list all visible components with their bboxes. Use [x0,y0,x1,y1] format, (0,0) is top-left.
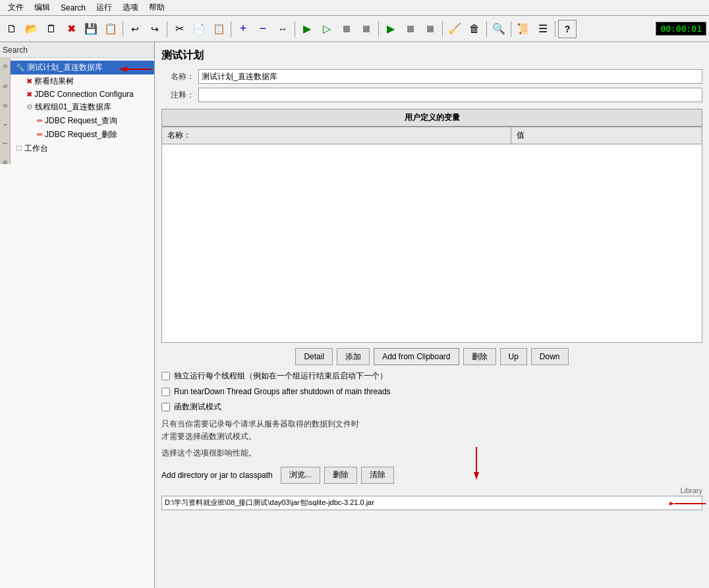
down-button[interactable]: Down [531,348,569,365]
clear-button[interactable]: 🧹 [445,20,464,38]
menu-help[interactable]: 帮助 [144,1,170,15]
clear-classpath-button[interactable]: 清除 [361,467,394,484]
side-label-b: b [2,84,9,88]
search-toolbar-button[interactable]: 🔍 [490,20,508,38]
desc-line3: 选择这个选项很影响性能。 [161,447,702,459]
open-button[interactable]: 📂 [22,20,41,38]
menu-file[interactable]: 文件 [3,1,29,15]
expand-icon: + [240,22,247,36]
timer-display: 00:00:01 [656,22,706,36]
paste-icon: 📋 [213,23,225,35]
start-button[interactable]: ▶ [298,20,316,38]
start-no-pause-icon: ▷ [323,22,331,35]
save-button[interactable]: 💾 [82,20,100,38]
menu-edit[interactable]: 编辑 [29,1,55,15]
copy-button[interactable]: 📄 [190,20,208,38]
stop-now-button[interactable]: ⏹ [357,20,376,38]
close-button[interactable]: ✖ [62,20,80,38]
left-panel: Search 0 b 0 t f B 🔧 测试计划_直连数据库 [0,42,155,588]
tree-item-threadgroup-label: 线程组01_直连数据库 [35,102,111,113]
action-buttons: Detail 添加 Add from Clipboard 删除 Up Down [161,348,702,365]
name-input[interactable] [198,69,702,84]
library-label: Library [161,486,702,494]
stop-button[interactable]: ⏹ [337,20,356,38]
redo-button[interactable]: ↪ [146,20,164,38]
clear-all-button[interactable]: 🗑 [465,20,484,38]
jdbc-config-icon: ✖ [26,90,32,99]
expand-button[interactable]: + [234,20,252,38]
comment-input[interactable] [198,88,702,102]
jdbc-query-icon: ✏ [37,117,43,125]
name-label: 名称： [161,71,194,82]
tree-item-threadgroup[interactable]: ⚙ 线程组01_直连数据库 [11,100,154,114]
save-icon: 💾 [84,22,98,35]
side-labels: 0 b 0 t f B [0,58,11,164]
start-no-pause-button[interactable]: ▷ [318,20,336,38]
workbench-icon: ☐ [16,144,22,153]
list-button[interactable]: ☰ [534,20,552,38]
add-from-clipboard-button[interactable]: Add from Clipboard [374,348,459,365]
side-label-f: B [2,160,9,164]
redo-icon: ↪ [151,24,159,34]
search-bar: Search [0,42,154,58]
menu-bar: 文件 编辑 Search 运行 选项 帮助 [0,0,709,16]
properties-icon: 📋 [104,22,117,35]
checkbox1[interactable] [161,372,170,380]
undo-button[interactable]: ↩ [126,20,144,38]
save-template-button[interactable]: 🗒 [42,20,61,38]
tree-item-jdbc-delete[interactable]: ✏ JDBC Request_删除 [11,128,154,142]
vars-table: 名称： 值 [161,127,702,343]
checkbox3-label: 函数测试模式 [174,401,221,413]
tree-item-jdbc-config[interactable]: ✖ JDBC Connection Configura [11,88,154,100]
tree-item-results-label: 察看结果树 [34,76,74,87]
new-button[interactable]: 🗋 [3,20,21,38]
sep2 [167,21,167,37]
side-label-c: 0 [2,104,9,107]
tree-item-plan[interactable]: 🔧 测试计划_直连数据库 [11,61,154,74]
results-icon: ✖ [26,77,32,86]
vars-delete-button[interactable]: 删除 [463,348,496,365]
checkbox1-row: 独立运行每个线程组（例如在一个组运行结束后启动下一个） [161,370,702,382]
detail-button[interactable]: Detail [295,348,333,365]
classpath-input-section: Library [161,486,702,510]
help-button[interactable]: ? [558,20,577,38]
menu-search[interactable]: Search [55,2,91,14]
plan-icon: 🔧 [16,63,25,72]
toolbar: 🗋 📂 🗒 ✖ 💾 📋 ↩ ↪ ✂ 📄 📋 + [0,16,709,42]
vars-row-empty [162,144,511,329]
panel-title: 测试计划 [161,49,702,63]
name-row: 名称： [161,69,702,84]
paste-button[interactable]: 📋 [210,20,228,38]
checkbox3[interactable] [161,403,170,411]
tree-item-jdbc-query[interactable]: ✏ JDBC Request_查询 [11,114,154,128]
properties-button[interactable]: 📋 [101,20,120,38]
clear-icon: 🧹 [448,22,461,35]
help-icon: ? [565,24,571,34]
menu-options[interactable]: 选项 [117,1,144,15]
remote-stop-button[interactable]: ⏹ [401,20,420,38]
comment-row: 注释： [161,88,702,102]
browse-button[interactable]: 浏览... [281,467,320,484]
cut-icon: ✂ [175,22,184,35]
shrink-button[interactable]: − [254,20,272,38]
sep8 [511,21,511,37]
jdbc-delete-icon: ✏ [37,131,43,139]
log-icon: 📜 [517,22,530,35]
menu-run[interactable]: 运行 [91,1,117,15]
classpath-input[interactable] [161,496,702,510]
save-template-icon: 🗒 [46,23,57,35]
remote-start-icon: ▶ [387,22,395,35]
cut-button[interactable]: ✂ [170,20,188,38]
remote-start-button[interactable]: ▶ [382,20,400,38]
right-panel: 测试计划 名称： 注释： 用户定义的变量 名称： 值 [155,42,709,588]
checkbox2[interactable] [161,388,170,396]
tree-item-workbench[interactable]: ☐ 工作台 [11,142,154,156]
tree-item-results[interactable]: ✖ 察看结果树 [11,74,154,88]
up-button[interactable]: Up [500,348,527,365]
add-button[interactable]: 添加 [337,348,370,365]
zoom-button[interactable]: ↔ [273,20,292,38]
classpath-delete-button[interactable]: 删除 [324,467,357,484]
remote-stop-now-button[interactable]: ⏹ [421,20,440,38]
comment-label: 注释： [161,90,194,101]
log-button[interactable]: 📜 [514,20,532,38]
